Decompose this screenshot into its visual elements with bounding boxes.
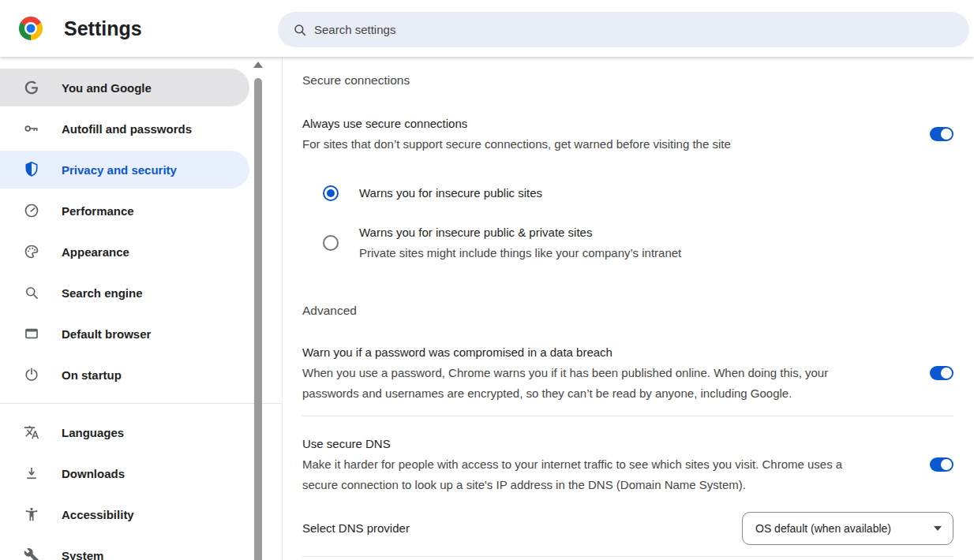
sidebar-item-on-startup[interactable]: On startup: [0, 356, 249, 394]
row-subtitle-line2: passwords and usernames are encrypted, s…: [302, 383, 828, 404]
scrollbar-thumb[interactable]: [254, 78, 262, 560]
download-icon: [24, 465, 39, 481]
sidebar-item-label: Downloads: [62, 467, 125, 480]
sidebar-item-label: On startup: [62, 368, 122, 382]
sidebar-item-system[interactable]: System: [0, 536, 249, 560]
sidebar-item-appearance[interactable]: Appearance: [0, 233, 249, 271]
section-title-advanced: Advanced: [302, 303, 953, 319]
sidebar-item-label: Performance: [62, 204, 134, 218]
browser-window-icon: [24, 326, 39, 342]
password-breach-toggle[interactable]: [930, 366, 953, 380]
row-subtitle-line1: When you use a password, Chrome warns yo…: [302, 363, 828, 383]
sidebar-item-label: Accessibility: [62, 508, 134, 521]
magnifier-icon: [24, 285, 39, 301]
sidebar-item-label: Autofill and passwords: [62, 122, 192, 136]
dns-provider-value: OS default (when available): [755, 522, 891, 535]
privacy-security-content: Secure connections Always use secure con…: [283, 57, 974, 560]
sidebar-item-label: Languages: [62, 426, 124, 439]
radio-subtitle: Private sites might include things like …: [359, 243, 681, 263]
page-title: Settings: [64, 17, 142, 40]
sidebar-item-label: System: [62, 549, 103, 560]
sidebar-item-privacy-security[interactable]: Privacy and security: [0, 151, 249, 189]
sidebar-item-label: Appearance: [62, 245, 129, 259]
accessibility-icon: [24, 506, 39, 522]
content-divider: [302, 416, 953, 416]
radio-label: Warns you for insecure public sites: [359, 183, 542, 203]
dns-provider-dropdown[interactable]: OS default (when available): [742, 512, 953, 545]
always-secure-toggle[interactable]: [930, 127, 953, 141]
search-input[interactable]: [314, 23, 856, 36]
search-icon: [293, 23, 307, 37]
search-bar[interactable]: [278, 12, 969, 47]
row-title: Always use secure connections: [302, 114, 731, 134]
main-area: You and Google Autofill and passwords: [0, 57, 974, 560]
row-password-breach-warning: Warn you if a password was compromised i…: [302, 342, 953, 404]
radio-option-public-sites[interactable]: Warns you for insecure public sites: [323, 183, 953, 203]
sidebar-scrollbar[interactable]: [253, 62, 263, 560]
sidebar-item-accessibility[interactable]: Accessibility: [0, 495, 249, 533]
row-subtitle-line1: Make it harder for people with access to…: [302, 454, 842, 475]
settings-sidebar: You and Google Autofill and passwords: [0, 57, 283, 560]
sidebar-item-label: Privacy and security: [62, 163, 177, 177]
sidebar-item-autofill[interactable]: Autofill and passwords: [0, 110, 249, 147]
section-title-secure-connections: Secure connections: [302, 73, 953, 88]
sidebar-item-performance[interactable]: Performance: [0, 192, 249, 230]
speedometer-icon: [24, 203, 39, 218]
google-g-icon: [24, 80, 39, 95]
key-icon: [24, 121, 39, 136]
content-divider: [302, 556, 953, 557]
scrollbar-up-arrow-icon[interactable]: [253, 62, 263, 68]
secure-dns-toggle[interactable]: [930, 457, 953, 472]
dns-provider-label: Select DNS provider: [302, 518, 410, 539]
row-subtitle: For sites that don’t support secure conn…: [302, 134, 731, 155]
sidebar-item-label: Search engine: [62, 286, 143, 300]
sidebar-item-downloads[interactable]: Downloads: [0, 454, 249, 492]
sidebar-item-search-engine[interactable]: Search engine: [0, 274, 249, 312]
chrome-logo-icon: [19, 17, 43, 40]
sidebar-item-you-and-google[interactable]: You and Google: [0, 69, 249, 106]
sidebar-divider: [0, 403, 282, 404]
wrench-icon: [24, 547, 39, 560]
sidebar-item-default-browser[interactable]: Default browser: [0, 315, 249, 353]
sidebar-item-label: You and Google: [62, 81, 152, 95]
row-select-dns-provider: Select DNS provider OS default (when ava…: [302, 511, 953, 546]
sidebar-item-label: Default browser: [62, 327, 151, 341]
row-subtitle-line2: secure connection to look up a site's IP…: [302, 475, 842, 495]
translate-icon: [24, 424, 39, 440]
row-title: Use secure DNS: [302, 434, 842, 454]
power-icon: [24, 367, 39, 383]
chevron-down-icon: [934, 526, 942, 531]
sidebar-item-languages[interactable]: Languages: [0, 413, 249, 451]
radio-option-public-private-sites[interactable]: Warns you for insecure public & private …: [323, 222, 953, 263]
radio-label: Warns you for insecure public & private …: [359, 222, 681, 243]
row-always-use-secure-connections: Always use secure connections For sites …: [302, 114, 953, 155]
palette-icon: [24, 244, 39, 259]
secure-connections-radio-group: Warns you for insecure public sites Warn…: [323, 183, 953, 263]
chrome-settings-window: Settings You and Google: [0, 0, 974, 560]
shield-icon: [24, 162, 39, 177]
radio-button-unselected[interactable]: [323, 235, 339, 251]
radio-button-selected[interactable]: [323, 185, 339, 201]
header: Settings: [0, 0, 974, 57]
row-title: Warn you if a password was compromised i…: [302, 342, 828, 363]
row-use-secure-dns: Use secure DNS Make it harder for people…: [302, 434, 953, 495]
